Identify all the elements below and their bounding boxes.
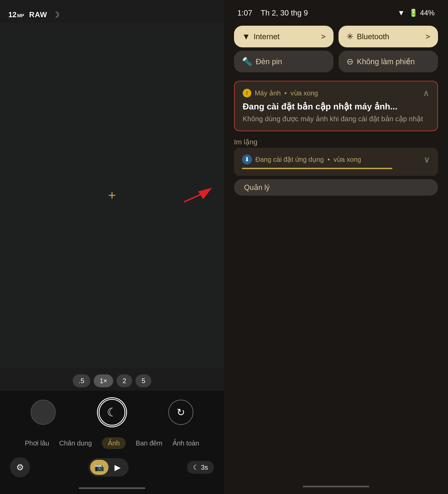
dnd-icon: ⊖ [346, 57, 354, 66]
install-notif-time: vừa xong [333, 156, 361, 163]
flashlight-label: Đèn pin [256, 57, 282, 66]
format-label: RAW [29, 11, 47, 19]
mode-chan-dung[interactable]: Chân dung [59, 439, 92, 447]
resolution-number: 12 [8, 11, 16, 19]
install-notif-app-info: ⬇ Đang cài đặt ứng dụng • vừa xong [242, 154, 361, 164]
camera-mode-tabs: Phơi lâu Chân dung Ảnh Ban đêm Ảnh toàn [0, 434, 224, 454]
battery-percentage: 44% [420, 9, 435, 17]
camera-bottom-bar: ⚙ 📷 ▶ ☾ 3s [0, 454, 224, 484]
notif-app-info-camera: ! Máy ảnh • vừa xong [243, 89, 318, 97]
bluetooth-tile-icon: ✳ [346, 32, 354, 41]
camera-shutter-row: ☾ ↻ [0, 391, 224, 434]
zoom-5[interactable]: 5 [135, 374, 151, 387]
install-progress-bar [242, 168, 392, 169]
wifi-tile-icon: ▼ [242, 32, 250, 41]
internet-arrow: > [321, 32, 326, 41]
settings-button[interactable]: ⚙ [10, 457, 30, 477]
notif-expand-button[interactable]: ∧ [423, 88, 429, 98]
camera-notif-appname: Máy ảnh [255, 89, 281, 97]
video-mode-button[interactable]: ▶ [108, 460, 127, 475]
download-icon: ⬇ [242, 154, 252, 164]
dnd-label: Không làm phiền [357, 57, 415, 66]
shutter-inner: ☾ [99, 399, 125, 426]
quick-settings: ▼ Internet > ✳ Bluetooth > 🔦 Đèn pin [224, 21, 448, 77]
battery-icon: 🔋 [409, 9, 418, 17]
zoom-2[interactable]: 2 [117, 374, 132, 387]
mode-phoi-lau[interactable]: Phơi lâu [25, 439, 49, 447]
home-bar-left [79, 487, 145, 489]
install-notification: ⬇ Đang cài đặt ứng dụng • vừa xong ∨ [234, 148, 438, 176]
mode-anh[interactable]: Ảnh [102, 437, 126, 449]
timer-label: 3s [201, 464, 208, 471]
manage-button[interactable]: Quản lý [234, 179, 438, 196]
install-notif-header: ⬇ Đang cài đặt ứng dụng • vừa xong ∨ [242, 154, 430, 164]
install-notif-appname: Đang cài đặt ứng dụng [255, 156, 324, 163]
notification-panel: 1:07 Th 2, 30 thg 9 ▼ 🔋 44% ▼ Internet > [224, 0, 448, 494]
annotation-arrow [181, 182, 214, 206]
status-icons: ▼ 🔋 44% [398, 9, 435, 17]
mode-anh-toan[interactable]: Ảnh toàn [173, 439, 199, 447]
timer-button[interactable]: ☾ 3s [187, 461, 214, 474]
zoom-1x[interactable]: 1× [94, 374, 113, 387]
camera-app-icon: ! [243, 89, 251, 97]
status-time: 1:07 [237, 9, 252, 17]
camera-top-bar: 12 MP RAW ☽ [0, 0, 224, 23]
camera-notif-time: vừa xong [291, 89, 318, 97]
camera-update-notification: ! Máy ảnh • vừa xong ∧ Đang cài đặt bản … [234, 81, 438, 131]
silent-section-label: Im lặng [224, 135, 448, 148]
gallery-thumbnail[interactable] [31, 400, 56, 425]
notifications-area: ! Máy ảnh • vừa xong ∧ Đang cài đặt bản … [224, 77, 448, 135]
timer-moon-icon: ☾ [193, 463, 199, 471]
install-notification-wrapper: ⬇ Đang cài đặt ứng dụng • vừa xong ∨ [224, 148, 448, 176]
internet-tile[interactable]: ▼ Internet > [234, 26, 333, 47]
home-indicator-left [0, 484, 224, 494]
install-app-name: Đang cài đặt ứng dụng • vừa xong [255, 156, 361, 163]
status-bar: 1:07 Th 2, 30 thg 9 ▼ 🔋 44% [224, 0, 448, 21]
camera-panel: 12 MP RAW ☽ + .5 1× 2 5 [0, 0, 224, 494]
night-mode-icon: ☾ [107, 406, 117, 419]
bluetooth-label: Bluetooth [357, 32, 389, 41]
zoom-0.5[interactable]: .5 [73, 374, 90, 387]
camera-notif-title: Đang cài đặt bản cập nhật máy ảnh... [243, 101, 429, 111]
mode-ban-dem[interactable]: Ban đêm [136, 439, 162, 447]
quick-row-2: 🔦 Đèn pin ⊖ Không làm phiền [234, 51, 438, 72]
moon-icon: ☽ [52, 10, 59, 19]
camera-app-name: Máy ảnh • vừa xong [255, 89, 318, 97]
wifi-status-icon: ▼ [398, 9, 405, 17]
capture-toggle[interactable]: 📷 ▶ [89, 458, 129, 477]
shutter-button[interactable]: ☾ [97, 397, 127, 427]
status-time-date: 1:07 Th 2, 30 thg 9 [237, 8, 308, 17]
home-bar-right [303, 486, 369, 487]
install-expand-button[interactable]: ∨ [424, 154, 430, 164]
home-indicator-right [224, 481, 448, 494]
flashlight-tile[interactable]: 🔦 Đèn pin [234, 51, 333, 72]
battery-status: 🔋 44% [409, 9, 435, 17]
status-date: Th 2, 30 thg 9 [261, 9, 308, 17]
focus-crosshair: + [108, 189, 116, 202]
flip-camera-button[interactable]: ↻ [168, 400, 193, 425]
flashlight-icon: 🔦 [242, 57, 252, 66]
camera-viewfinder: + [0, 23, 224, 368]
bluetooth-arrow: > [425, 32, 430, 41]
photo-mode-button[interactable]: 📷 [90, 460, 108, 475]
quick-row-1: ▼ Internet > ✳ Bluetooth > [234, 26, 438, 47]
bluetooth-tile[interactable]: ✳ Bluetooth > [339, 26, 438, 47]
zoom-controls: .5 1× 2 5 [0, 368, 224, 391]
camera-notif-body: Không dùng được máy ảnh khi đang cài đặt… [243, 114, 429, 124]
dnd-tile[interactable]: ⊖ Không làm phiền [339, 51, 438, 72]
notif-header-camera: ! Máy ảnh • vừa xong ∧ [243, 88, 429, 98]
internet-label: Internet [254, 32, 280, 41]
resolution-label: MP [17, 13, 24, 18]
